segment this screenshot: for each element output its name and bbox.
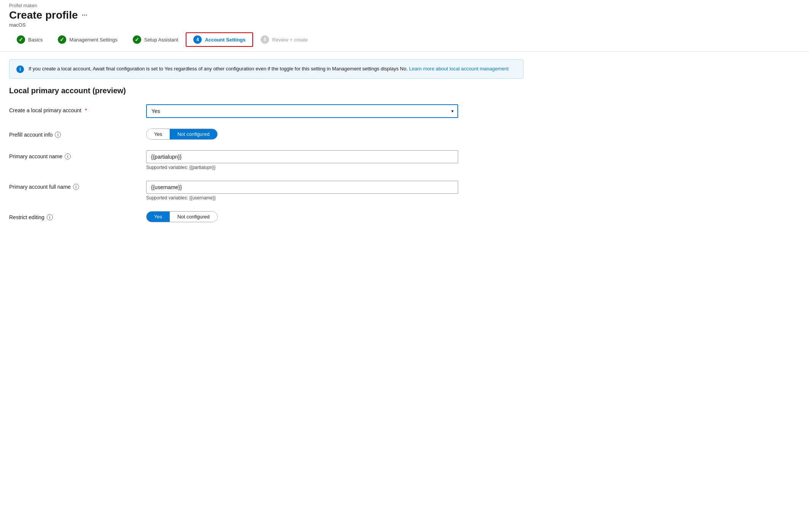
form-row-full-name: Primary account full name i Supported va…	[9, 181, 524, 201]
step5-circle: 5	[261, 35, 269, 44]
info-banner-text: If you create a local account, Await fin…	[29, 65, 509, 73]
full-name-label: Primary account full name i	[9, 181, 131, 190]
restrict-yes-btn[interactable]: Yes	[147, 212, 170, 222]
create-account-select-wrapper: Yes No ▾	[146, 104, 458, 118]
full-name-vars: Supported variables: {{username}}	[146, 195, 458, 201]
form-row-create-account: Create a local primary account * Yes No …	[9, 104, 524, 118]
restrict-control: Yes Not configured	[146, 211, 458, 222]
step5-label: Review + create	[272, 37, 308, 43]
prefill-toggle-group: Yes Not configured	[146, 129, 218, 140]
prefill-info-icon[interactable]: i	[55, 132, 61, 138]
prefill-yes-btn[interactable]: Yes	[147, 129, 170, 139]
title-text: Create profile	[9, 9, 78, 21]
create-account-control: Yes No ▾	[146, 104, 458, 118]
step1-circle: ✓	[17, 35, 25, 44]
full-name-control: Supported variables: {{username}}	[146, 181, 458, 201]
platform-label: macOS	[9, 22, 800, 28]
step2-circle: ✓	[58, 35, 66, 44]
check-icon: ✓	[19, 37, 23, 43]
account-name-input[interactable]	[146, 150, 458, 163]
create-account-select[interactable]: Yes No	[146, 104, 458, 118]
full-name-label-text: Primary account full name	[9, 184, 71, 190]
step3-circle: ✓	[133, 35, 141, 44]
title-dots: ···	[82, 11, 88, 19]
page-title: Create profile ···	[9, 9, 800, 21]
step3-label: Setup Assistant	[144, 37, 178, 43]
restrict-info-icon[interactable]: i	[47, 214, 53, 220]
account-name-info-icon[interactable]: i	[65, 153, 71, 159]
prefill-label-text: Prefill account info	[9, 132, 53, 138]
restrict-label-text: Restrict editing	[9, 214, 45, 220]
wizard-step-account[interactable]: 4 Account Settings	[186, 32, 253, 47]
prefill-label: Prefill account info i	[9, 129, 131, 138]
info-link[interactable]: Learn more about local account managemen…	[409, 66, 509, 72]
create-account-label: Create a local primary account *	[9, 104, 131, 113]
info-text: If you create a local account, Await fin…	[29, 66, 408, 72]
account-name-label: Primary account name i	[9, 150, 131, 159]
step4-circle: 4	[193, 35, 202, 44]
wizard-step-review[interactable]: 5 Review + create	[253, 32, 315, 47]
restrict-not-configured-btn[interactable]: Not configured	[170, 212, 217, 222]
info-icon: i	[16, 65, 24, 73]
account-name-label-text: Primary account name	[9, 153, 62, 159]
step2-label: Management Settings	[69, 37, 117, 43]
prefill-control: Yes Not configured	[146, 129, 458, 140]
wizard-step-management[interactable]: ✓ Management Settings	[50, 32, 125, 47]
wizard-step-basics[interactable]: ✓ Basics	[9, 32, 50, 47]
form-row-prefill: Prefill account info i Yes Not configure…	[9, 129, 524, 140]
full-name-info-icon[interactable]: i	[73, 184, 79, 190]
check-icon-2: ✓	[60, 37, 64, 43]
form-row-restrict: Restrict editing i Yes Not configured	[9, 211, 524, 222]
prefill-not-configured-btn[interactable]: Not configured	[170, 129, 217, 139]
account-name-vars: Supported variables: {{partialupn}}	[146, 165, 458, 170]
wizard-step-setup[interactable]: ✓ Setup Assistant	[125, 32, 186, 47]
section-title: Local primary account (preview)	[9, 86, 524, 95]
main-content: i If you create a local account, Await f…	[0, 52, 533, 241]
wizard-navigation: ✓ Basics ✓ Management Settings ✓ Setup A…	[0, 28, 809, 52]
restrict-toggle-group: Yes Not configured	[146, 211, 218, 222]
step1-label: Basics	[28, 37, 43, 43]
form-row-account-name: Primary account name i Supported variabl…	[9, 150, 524, 170]
required-star: *	[85, 107, 87, 113]
check-icon-3: ✓	[135, 37, 139, 43]
breadcrumb: Profiel maken	[9, 3, 800, 8]
account-name-control: Supported variables: {{partialupn}}	[146, 150, 458, 170]
create-account-label-text: Create a local primary account	[9, 107, 81, 113]
step4-label: Account Settings	[205, 37, 245, 43]
restrict-label: Restrict editing i	[9, 211, 131, 220]
info-banner: i If you create a local account, Await f…	[9, 59, 524, 79]
full-name-input[interactable]	[146, 181, 458, 194]
